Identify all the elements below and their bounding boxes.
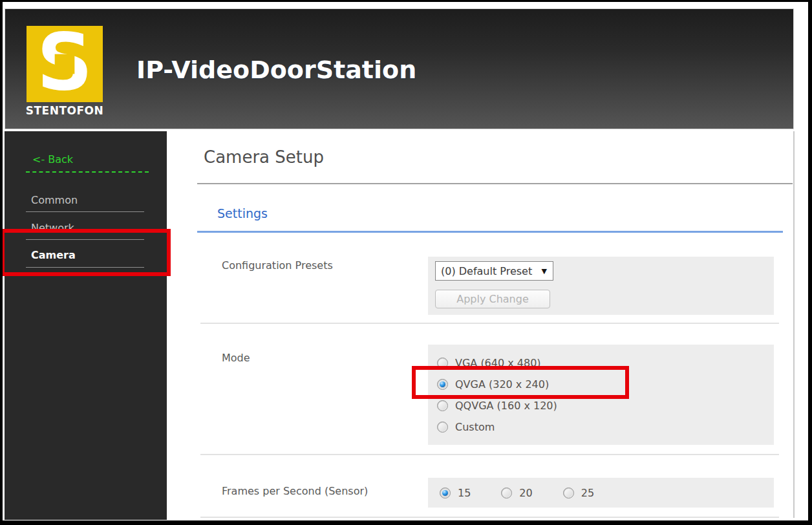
configuration-preset-selected-value: (0) Default Preset [436,265,542,277]
mode-option-vga-label: VGA (640 x 480) [455,357,541,369]
mode-option-custom-label: Custom [455,421,495,433]
configuration-preset-select[interactable]: (0) Default Preset ▼ [435,261,553,281]
main-content: Camera Setup Settings Configuration Pres… [167,131,794,520]
logo-brand-text: STENTOFON [22,104,107,117]
fps-option-20-label: 20 [519,487,532,499]
app-header: S STENTOFON IP-VideoDoorStation [5,8,794,129]
mode-option-vga[interactable]: VGA (640 x 480) [437,352,774,374]
content-right-border [793,131,795,518]
mode-option-qvga-label: QVGA (320 x 240) [455,378,549,391]
section-separator [200,323,779,324]
fps-option-15[interactable]: 15 [440,487,471,499]
sidebar-item-common[interactable]: Common [26,175,144,212]
mode-panel: VGA (640 x 480) QVGA (320 x 240) QQVGA (… [428,345,774,445]
page-title: Camera Setup [204,147,324,167]
section-separator [200,517,779,518]
back-divider [26,171,149,173]
back-link[interactable]: <- Back [32,153,167,166]
fps-label: Frames per Second (Sensor) [222,485,368,497]
radio-icon[interactable] [563,488,574,498]
settings-section-title: Settings [217,206,268,220]
radio-icon[interactable] [501,488,512,498]
stentofon-s-icon: S [27,26,103,102]
fps-option-20[interactable]: 20 [501,487,532,499]
stentofon-logo: S STENTOFON [22,26,107,117]
radio-icon[interactable] [437,400,448,411]
fps-panel: 15 20 25 [428,478,774,508]
fps-option-15-label: 15 [458,487,471,499]
nav-list: Common Network Camera [5,175,167,268]
sidebar-nav: <- Back Common Network Camera [5,131,167,520]
sidebar-item-camera[interactable]: Camera [26,240,144,268]
title-divider [197,183,793,184]
configuration-presets-label: Configuration Presets [222,259,333,272]
radio-icon[interactable] [437,379,448,390]
settings-divider [197,231,783,233]
mode-option-qvga[interactable]: QVGA (320 x 240) [437,374,774,395]
mode-option-qqvga[interactable]: QQVGA (160 x 120) [437,395,774,416]
dropdown-arrow-icon: ▼ [542,267,553,275]
radio-icon[interactable] [440,488,451,498]
page-header-title: IP-VideoDoorStation [136,56,416,84]
mode-label: Mode [222,352,250,364]
fps-option-25-label: 25 [581,487,594,499]
sidebar-item-network[interactable]: Network [26,212,144,240]
radio-icon[interactable] [437,422,448,433]
mode-option-qqvga-label: QQVGA (160 x 120) [455,400,557,412]
apply-change-button[interactable]: Apply Change [435,290,550,308]
mode-option-custom[interactable]: Custom [437,416,774,438]
fps-option-25[interactable]: 25 [563,487,594,499]
radio-icon[interactable] [437,358,448,369]
section-separator [200,454,779,455]
configuration-presets-panel: (0) Default Preset ▼ Apply Change [428,257,774,315]
